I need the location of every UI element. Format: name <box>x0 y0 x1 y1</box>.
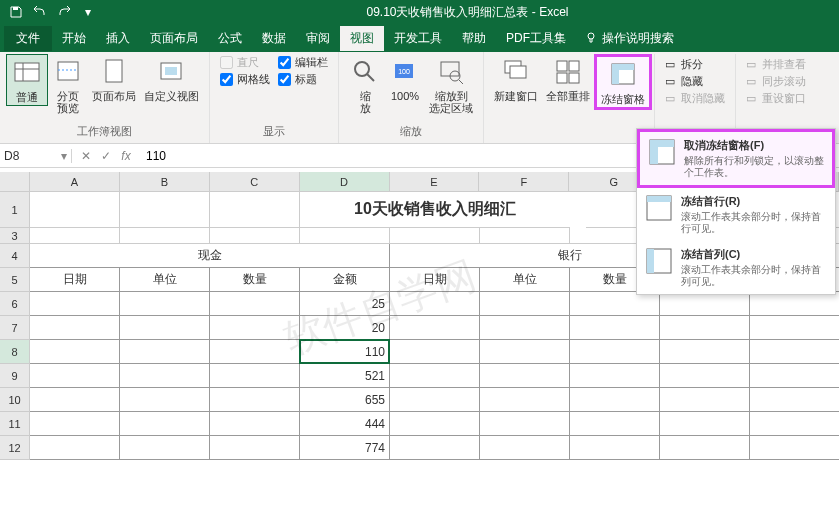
split-button[interactable]: ▭拆分 <box>661 56 729 73</box>
col-header[interactable]: A <box>30 172 120 192</box>
freeze-panes-button[interactable]: 冻结窗格 <box>594 54 652 110</box>
cell[interactable]: 金额 <box>300 268 390 292</box>
reset-window-button: ▭重设窗口 <box>742 90 810 107</box>
cell[interactable]: 25 <box>300 292 390 316</box>
row-header[interactable]: 1 <box>0 192 30 228</box>
menu-page-layout[interactable]: 页面布局 <box>140 26 208 51</box>
row-header[interactable]: 3 <box>0 228 30 244</box>
row-header[interactable]: 9 <box>0 364 30 388</box>
lightbulb-icon <box>584 31 598 45</box>
menu-insert[interactable]: 插入 <box>96 26 140 51</box>
freeze-panes-dropdown: 取消冻结窗格(F) 解除所有行和列锁定，以滚动整个工作表。 冻结首行(R) 滚动… <box>636 128 836 295</box>
menu-developer[interactable]: 开发工具 <box>384 26 452 51</box>
svg-line-11 <box>367 74 374 81</box>
row-header[interactable]: 8 <box>0 340 30 364</box>
svg-rect-28 <box>650 140 658 164</box>
unfreeze-panes-item[interactable]: 取消冻结窗格(F) 解除所有行和列锁定，以滚动整个工作表。 <box>637 129 835 188</box>
zoom-selection-icon <box>435 56 467 88</box>
cell[interactable] <box>30 192 120 228</box>
cell[interactable]: 521 <box>300 364 390 388</box>
row-header[interactable]: 7 <box>0 316 30 340</box>
row-header[interactable]: 12 <box>0 436 30 460</box>
undo-icon[interactable] <box>30 2 50 22</box>
arrange-all-button[interactable]: 全部重排 <box>542 54 594 104</box>
svg-rect-32 <box>647 249 654 273</box>
col-header[interactable]: F <box>479 172 569 192</box>
menu-view[interactable]: 视图 <box>340 26 384 51</box>
ribbon-group-workbook-views: 普通 分页 预览 页面布局 自定义视图 工作簿视图 <box>0 52 210 143</box>
ribbon-group-show: 直尺 网格线 编辑栏 标题 显示 <box>210 52 339 143</box>
svg-rect-21 <box>557 73 567 83</box>
page-layout-button[interactable]: 页面布局 <box>88 54 140 104</box>
svg-rect-2 <box>15 63 39 81</box>
custom-views-button[interactable]: 自定义视图 <box>140 54 203 104</box>
cancel-formula-icon: ✕ <box>76 149 96 163</box>
menu-formulas[interactable]: 公式 <box>208 26 252 51</box>
zoom-selection-button[interactable]: 缩放到 选定区域 <box>425 54 477 116</box>
row-header[interactable]: 6 <box>0 292 30 316</box>
cell[interactable]: 数量 <box>210 268 300 292</box>
normal-view-button[interactable]: 普通 <box>6 54 48 106</box>
zoom-100-button[interactable]: 100 100% <box>385 54 425 104</box>
cell[interactable]: 110 <box>300 340 390 364</box>
row-header[interactable]: 4 <box>0 244 30 268</box>
menu-file[interactable]: 文件 <box>4 26 52 51</box>
name-box[interactable]: D8▾ <box>0 149 72 163</box>
cell[interactable]: 655 <box>300 388 390 412</box>
svg-rect-22 <box>569 73 579 83</box>
enter-formula-icon: ✓ <box>96 149 116 163</box>
svg-point-1 <box>588 33 594 39</box>
title-cell[interactable]: 10天收销售收入明细汇 <box>300 192 570 228</box>
new-window-button[interactable]: 新建窗口 <box>490 54 542 104</box>
page-layout-icon <box>98 56 130 88</box>
title-bar: ▾ 09.10天收销售收入明细汇总表 - Excel <box>0 0 839 24</box>
cell[interactable]: 单位 <box>120 268 210 292</box>
redo-icon[interactable] <box>54 2 74 22</box>
cell[interactable]: 444 <box>300 412 390 436</box>
row-header[interactable]: 5 <box>0 268 30 292</box>
headings-checkbox[interactable]: 标题 <box>274 71 332 88</box>
arrange-all-icon <box>552 56 584 88</box>
svg-rect-25 <box>612 64 619 84</box>
cell[interactable]: 774 <box>300 436 390 460</box>
menu-home[interactable]: 开始 <box>52 26 96 51</box>
cell[interactable]: 20 <box>300 316 390 340</box>
tell-me-search[interactable]: 操作说明搜索 <box>584 30 674 47</box>
menu-review[interactable]: 审阅 <box>296 26 340 51</box>
menu-help[interactable]: 帮助 <box>452 26 496 51</box>
col-header[interactable]: E <box>390 172 480 192</box>
cell[interactable]: 单位 <box>480 268 570 292</box>
window-title: 09.10天收销售收入明细汇总表 - Excel <box>100 4 835 21</box>
view-side-by-side-button: ▭并排查看 <box>742 56 810 73</box>
cell[interactable]: 现金 <box>30 244 390 268</box>
svg-rect-19 <box>557 61 567 71</box>
cell[interactable]: 日期 <box>30 268 120 292</box>
zoom-100-icon: 100 <box>389 56 421 88</box>
row-header[interactable]: 10 <box>0 388 30 412</box>
svg-rect-30 <box>647 196 671 202</box>
row-header[interactable]: 11 <box>0 412 30 436</box>
page-break-icon <box>52 56 84 88</box>
menu-pdf[interactable]: PDF工具集 <box>496 26 576 51</box>
svg-text:100: 100 <box>398 68 410 75</box>
gridlines-checkbox[interactable]: 网格线 <box>216 71 274 88</box>
fx-icon[interactable]: fx <box>116 149 136 163</box>
customize-qat-icon[interactable]: ▾ <box>78 2 98 22</box>
hide-button[interactable]: ▭隐藏 <box>661 73 729 90</box>
page-break-button[interactable]: 分页 预览 <box>48 54 88 116</box>
menu-bar: 文件 开始 插入 页面布局 公式 数据 审阅 视图 开发工具 帮助 PDF工具集… <box>0 24 839 52</box>
freeze-first-column-item[interactable]: 冻结首列(C) 滚动工作表其余部分时，保持首列可见。 <box>637 241 835 294</box>
freeze-first-col-icon <box>645 247 673 275</box>
save-icon[interactable] <box>6 2 26 22</box>
col-header[interactable]: B <box>120 172 210 192</box>
svg-rect-0 <box>13 7 18 10</box>
menu-data[interactable]: 数据 <box>252 26 296 51</box>
formula-bar-checkbox[interactable]: 编辑栏 <box>274 54 332 71</box>
col-header[interactable]: D <box>300 172 390 192</box>
zoom-button[interactable]: 缩 放 <box>345 54 385 116</box>
cell[interactable]: 日期 <box>390 268 480 292</box>
select-all-corner[interactable] <box>0 172 30 192</box>
col-header[interactable]: C <box>210 172 300 192</box>
svg-rect-5 <box>58 62 78 80</box>
freeze-top-row-item[interactable]: 冻结首行(R) 滚动工作表其余部分时，保持首行可见。 <box>637 188 835 241</box>
